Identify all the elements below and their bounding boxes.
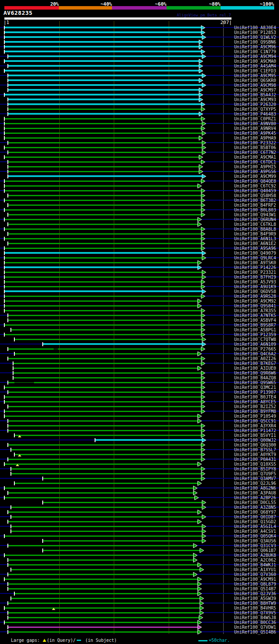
hit-label[interactable]: UniRef100_A4SAM4 <box>234 64 276 68</box>
hit-bar[interactable] <box>8 392 202 393</box>
hit-label[interactable]: UniRef100_Q3AUS6 <box>234 538 276 543</box>
hit-bar[interactable] <box>4 46 200 48</box>
hit-bar[interactable] <box>4 252 203 254</box>
hit-bar[interactable] <box>8 195 202 196</box>
hit-label[interactable]: UniRef100_Q1WLV2 <box>234 35 276 40</box>
hit-bar[interactable] <box>95 439 203 441</box>
hit-label[interactable]: UniRef100_Q68Y97 <box>234 510 276 515</box>
hit-label[interactable]: UniRef100_A9CM95 <box>234 73 276 78</box>
hit-label[interactable]: UniRef100_A2BUK8 <box>234 553 276 558</box>
hit-label[interactable]: UniRef100_Q7V360 <box>234 572 276 577</box>
hit-bar[interactable] <box>4 209 202 211</box>
hit-label[interactable]: UniRef100_A0ZI26 <box>234 356 276 361</box>
hit-bar[interactable] <box>11 449 202 450</box>
hit-bar[interactable] <box>43 540 203 542</box>
hit-label[interactable]: UniRef100_A9PHI5 <box>234 164 276 169</box>
hit-bar[interactable] <box>8 459 202 460</box>
hit-label[interactable]: UniRef100_A5BPG1 <box>234 327 276 332</box>
hit-label[interactable]: UniRef100_B7SSL7 <box>234 447 276 452</box>
hit-label[interactable]: UniRef100_P12359 <box>234 332 276 337</box>
hit-label[interactable]: UniRef100_A8YCE5 <box>234 399 276 404</box>
hit-label[interactable]: UniRef100_C6TC92 <box>234 184 276 188</box>
hit-bar[interactable] <box>8 559 194 561</box>
hit-label[interactable]: UniRef100_B4WKJ1 <box>234 562 276 567</box>
hit-bar[interactable] <box>4 228 202 230</box>
hit-label[interactable]: UniRef100_Q9SW65 <box>234 380 276 385</box>
hit-bar[interactable] <box>4 248 202 249</box>
hit-label[interactable]: UniRef100_P0A431 <box>234 457 276 462</box>
hit-bar[interactable] <box>14 454 202 455</box>
hit-label[interactable]: UniRef100_B2IZ52 <box>234 404 276 409</box>
hit-label[interactable]: UniRef100_A9RS28 <box>234 294 276 299</box>
hit-label[interactable]: UniRef100_Q6RUN4 <box>234 217 276 222</box>
hit-label[interactable]: UniRef100_B4FRF2 <box>234 203 276 208</box>
hit-bar[interactable] <box>11 598 201 599</box>
hit-label[interactable]: UniRef100_Q5I4B7 <box>234 586 276 591</box>
hit-bar[interactable] <box>11 468 202 470</box>
hit-label[interactable]: UniRef100_B9S8R7 <box>234 323 276 327</box>
hit-label[interactable]: UniRef100_A9NV80 <box>234 121 276 126</box>
hit-label[interactable]: UniRef100_Q5CC91 <box>234 419 276 423</box>
hit-bar[interactable] <box>8 166 200 167</box>
hit-label[interactable]: UniRef100_C0PRZ1 <box>234 116 276 121</box>
hit-bar[interactable] <box>4 272 203 273</box>
hit-label[interactable]: UniRef100_A6N1E2 <box>234 241 276 246</box>
hit-bar[interactable] <box>8 521 198 522</box>
hit-bar[interactable] <box>4 401 202 402</box>
hit-label[interactable]: UniRef100_B4F9R9 <box>234 232 276 236</box>
hit-label[interactable]: UniRef100_A3PAU8 <box>234 491 276 495</box>
hit-label[interactable]: UniRef100_P11472 <box>234 428 276 433</box>
hit-bar[interactable] <box>8 204 202 206</box>
hit-label[interactable]: UniRef100_A3Z8N5 <box>234 505 276 510</box>
hit-bar[interactable] <box>4 281 202 283</box>
hit-label[interactable]: UniRef100_B5IPY8 <box>234 467 276 471</box>
hit-label[interactable]: UniRef100_Q31CV3 <box>234 543 276 548</box>
hit-bar[interactable] <box>4 310 202 311</box>
hit-bar[interactable] <box>4 324 202 326</box>
hit-label[interactable]: UniRef100_B8A8L8 <box>234 227 276 232</box>
hit-label[interactable]: UniRef100_Q6SKR0 <box>234 78 276 83</box>
hit-bar[interactable] <box>4 579 198 580</box>
hit-label[interactable]: UniRef100_P13907 <box>234 390 276 395</box>
hit-bar[interactable] <box>8 583 198 585</box>
hit-bar[interactable] <box>13 368 198 369</box>
hit-label[interactable]: UniRef100_C6TKL8 <box>234 222 276 227</box>
hit-label[interactable]: UniRef100_Q9R6W6 <box>234 371 276 375</box>
hit-label[interactable]: UniRef100_Q10XS5 <box>234 462 276 467</box>
hit-bar[interactable] <box>4 51 202 52</box>
hit-label[interactable]: UniRef100_B0L803 <box>234 208 276 212</box>
hit-label[interactable]: UniRef100_A8G2N6 <box>234 486 276 491</box>
hit-bar[interactable] <box>8 315 202 316</box>
hit-bar[interactable] <box>4 41 200 43</box>
hit-label[interactable]: UniRef100_A1XYU1 <box>234 567 276 572</box>
hit-bar[interactable] <box>8 612 201 613</box>
hit-bar[interactable] <box>4 94 200 95</box>
hit-label[interactable]: UniRef100_Q7U9F5 <box>234 471 276 476</box>
hit-bar[interactable] <box>4 487 194 489</box>
hit-bar[interactable] <box>8 444 202 446</box>
hit-bar[interactable] <box>4 266 198 268</box>
hit-bar[interactable] <box>4 607 201 609</box>
hit-bar[interactable] <box>4 60 200 62</box>
hit-label[interactable]: UniRef100_A9TSK0 <box>234 260 276 265</box>
hit-bar[interactable] <box>8 382 202 383</box>
hit-label[interactable]: UniRef100_Q7X9V5 <box>234 610 276 615</box>
hit-bar[interactable] <box>11 507 203 508</box>
hit-bar[interactable] <box>8 142 203 143</box>
hit-label[interactable]: UniRef100_Q15GD2 <box>234 519 276 524</box>
hit-label[interactable]: UniRef100_Q7VDW1 <box>234 625 276 630</box>
hit-label[interactable]: UniRef100_B5BT06 <box>234 145 276 150</box>
hit-label[interactable]: UniRef100_Q3AMV7 <box>234 476 276 481</box>
hit-bar[interactable] <box>43 550 201 551</box>
hit-bar[interactable] <box>4 286 202 287</box>
hit-label[interactable]: UniRef100_Q6DV58 <box>234 289 276 294</box>
hit-bar[interactable] <box>4 70 200 72</box>
hit-bar[interactable] <box>4 622 198 623</box>
hit-bar[interactable] <box>11 329 202 331</box>
hit-bar[interactable] <box>4 555 194 556</box>
hit-label[interactable]: UniRef100_A9PHA9 <box>234 136 276 140</box>
hit-label[interactable]: UniRef100_Q00WJ2 <box>234 438 276 443</box>
hit-label[interactable]: UniRef100_A9CM93 <box>234 97 276 102</box>
hit-label[interactable]: UniRef100_A9CM96 <box>234 44 276 49</box>
hit-label[interactable]: UniRef100_A4CSV1 <box>234 529 276 534</box>
